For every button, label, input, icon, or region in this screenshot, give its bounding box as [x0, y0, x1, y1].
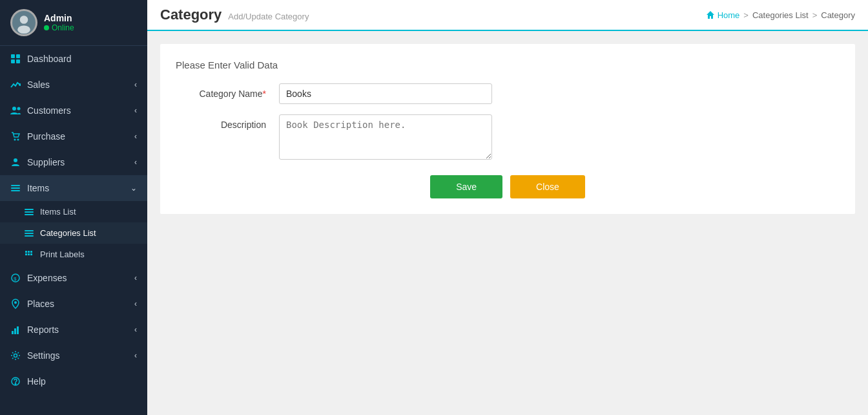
sidebar-item-label-sales: Sales	[27, 80, 50, 90]
svg-point-34	[14, 354, 17, 357]
sidebar-item-label-places: Places	[27, 299, 54, 309]
items-list-icon	[25, 208, 34, 217]
category-name-input[interactable]: Books	[279, 83, 492, 104]
svg-rect-14	[11, 187, 20, 189]
sales-chevron: ‹	[134, 80, 137, 89]
admin-info: Admin Online	[44, 13, 74, 32]
svg-rect-13	[11, 185, 20, 186]
close-button[interactable]: Close	[510, 175, 585, 198]
svg-rect-16	[25, 209, 34, 210]
sidebar-item-label-expenses: Expenses	[27, 273, 67, 283]
svg-rect-21	[25, 235, 34, 237]
svg-rect-6	[16, 59, 20, 63]
expenses-icon: $	[10, 273, 21, 283]
purchase-icon	[10, 131, 21, 142]
button-row: Save Close	[176, 175, 840, 198]
sidebar-item-suppliers[interactable]: Suppliers ‹	[0, 149, 147, 175]
suppliers-chevron: ‹	[134, 158, 137, 167]
help-icon	[10, 376, 21, 387]
places-icon	[10, 299, 21, 309]
sidebar-subitem-label-items-list: Items List	[40, 207, 76, 217]
sidebar-item-expenses[interactable]: $ Expenses ‹	[0, 265, 147, 291]
sidebar: Admin Online Dashboard Sales ‹	[0, 0, 147, 415]
sidebar-item-label-customers: Customers	[27, 105, 71, 116]
items-chevron: ⌄	[130, 184, 137, 193]
svg-point-8	[12, 107, 16, 111]
sidebar-item-label-help: Help	[27, 376, 46, 387]
svg-point-1	[20, 16, 28, 24]
print-labels-icon	[25, 250, 34, 259]
page-title-area: Category Add/Update Category	[160, 6, 309, 23]
settings-icon	[10, 350, 21, 361]
sidebar-header: Admin Online	[0, 0, 147, 46]
svg-point-12	[14, 158, 17, 162]
sidebar-subitem-categories-list[interactable]: Categories List	[0, 222, 147, 244]
svg-point-2	[17, 26, 30, 34]
suppliers-icon	[10, 157, 21, 167]
status-label: Online	[52, 23, 74, 32]
sidebar-item-label-reports: Reports	[27, 325, 59, 335]
sidebar-item-places[interactable]: Places ‹	[0, 291, 147, 317]
breadcrumb-parent: Categories List	[752, 10, 809, 20]
svg-rect-27	[30, 253, 32, 255]
sidebar-item-label-dashboard: Dashboard	[27, 54, 72, 64]
sidebar-subitem-label-print-labels: Print Labels	[40, 250, 85, 259]
sidebar-item-dashboard[interactable]: Dashboard	[0, 46, 147, 72]
svg-point-9	[17, 107, 21, 111]
svg-rect-24	[30, 251, 32, 253]
svg-rect-3	[11, 54, 15, 58]
sidebar-subitem-items-list[interactable]: Items List	[0, 201, 147, 222]
sidebar-subitem-label-categories-list: Categories List	[40, 228, 96, 238]
svg-text:$: $	[14, 276, 17, 282]
save-button[interactable]: Save	[430, 175, 502, 198]
svg-rect-20	[25, 233, 34, 234]
sidebar-item-label-purchase: Purchase	[27, 131, 65, 142]
sidebar-item-label-suppliers: Suppliers	[27, 157, 65, 167]
sidebar-item-customers[interactable]: Customers ‹	[0, 98, 147, 123]
svg-point-30	[14, 301, 17, 304]
svg-rect-25	[25, 253, 27, 255]
description-textarea[interactable]	[279, 114, 492, 160]
svg-rect-26	[28, 253, 30, 255]
sidebar-item-reports[interactable]: Reports ‹	[0, 317, 147, 343]
purchase-chevron: ‹	[134, 132, 137, 141]
places-chevron: ‹	[134, 299, 137, 308]
topbar: Category Add/Update Category Home > Cate…	[147, 0, 868, 31]
sidebar-item-settings[interactable]: Settings ‹	[0, 343, 147, 368]
sidebar-subitem-print-labels[interactable]: Print Labels	[0, 244, 147, 265]
breadcrumb-sep1: >	[743, 10, 749, 20]
sidebar-item-sales[interactable]: Sales ‹	[0, 72, 147, 98]
svg-rect-23	[28, 251, 30, 253]
svg-point-36	[15, 383, 16, 385]
category-name-label: Category Name*	[176, 83, 266, 99]
categories-list-icon	[25, 229, 34, 238]
breadcrumb: Home > Categories List > Category	[706, 10, 855, 20]
sidebar-item-help[interactable]: Help	[0, 368, 147, 394]
customers-icon	[10, 105, 21, 116]
validation-message: Please Enter Valid Data	[176, 59, 840, 70]
expenses-chevron: ‹	[134, 273, 137, 282]
breadcrumb-home-label: Home	[718, 10, 740, 20]
sidebar-item-items[interactable]: Items ⌄	[0, 175, 147, 201]
sidebar-item-purchase[interactable]: Purchase ‹	[0, 123, 147, 149]
breadcrumb-current: Category	[821, 10, 855, 20]
required-marker: *	[263, 89, 266, 99]
svg-rect-32	[14, 328, 16, 334]
sidebar-item-label-items: Items	[27, 183, 49, 193]
description-label: Description	[176, 114, 266, 130]
breadcrumb-home[interactable]: Home	[706, 10, 740, 20]
svg-rect-22	[25, 251, 27, 253]
description-row: Description	[176, 114, 840, 160]
main-content: Category Add/Update Category Home > Cate…	[147, 0, 868, 415]
content-area: Please Enter Valid Data Category Name* B…	[147, 31, 868, 415]
svg-rect-18	[25, 214, 34, 215]
reports-chevron: ‹	[134, 325, 137, 334]
page-title: Category	[160, 6, 222, 23]
svg-rect-4	[16, 54, 20, 58]
svg-rect-31	[12, 331, 14, 334]
settings-chevron: ‹	[134, 351, 137, 360]
svg-rect-5	[11, 59, 15, 63]
svg-rect-15	[11, 190, 20, 191]
sales-icon	[10, 80, 21, 90]
admin-name: Admin	[44, 13, 74, 23]
